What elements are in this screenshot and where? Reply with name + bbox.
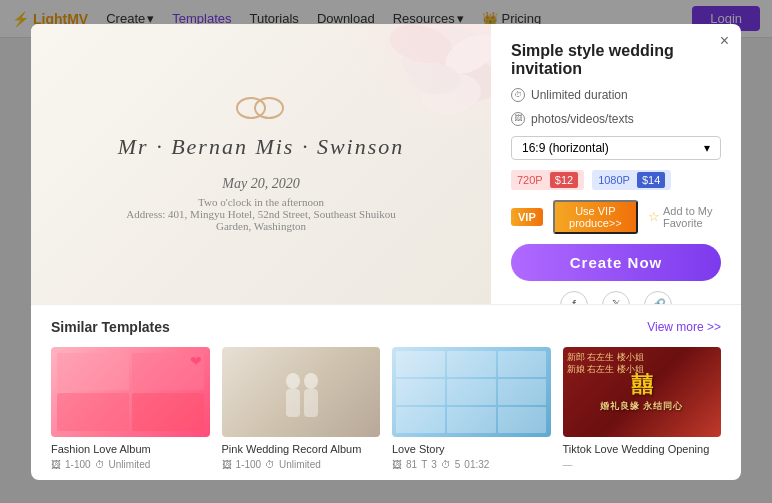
star-icon: ☆ xyxy=(648,209,660,224)
templates-row: ❤ Fashion Love Album 🖼 1-100 ⏱ Un xyxy=(51,347,721,470)
template-thumb-4: 囍 婚礼良缘 永结同心 新郎 右左生 楼小姐 新娘 右左生 楼小姐 xyxy=(563,347,722,437)
template-card-4[interactable]: 囍 婚礼良缘 永结同心 新郎 右左生 楼小姐 新娘 右左生 楼小姐 Tiktok… xyxy=(563,347,722,470)
modal-overlay: × xyxy=(0,0,772,503)
photo-grid xyxy=(392,347,551,437)
modal-info-panel: Simple style wedding invitation ⏱ Unlimi… xyxy=(491,24,741,304)
facebook-share-button[interactable]: f xyxy=(560,291,588,304)
duration-icon: ⏱ xyxy=(511,88,525,102)
quality-1080-label: 1080P xyxy=(598,174,630,186)
template-name-2: Pink Wedding Record Album xyxy=(222,443,381,455)
template-title: Simple style wedding invitation xyxy=(511,42,721,78)
template-thumb-3 xyxy=(392,347,551,437)
template-name-4: Tiktok Love Wedding Opening xyxy=(563,443,722,455)
media-row: 🖼 photos/videos/texts xyxy=(511,112,721,126)
svg-point-10 xyxy=(304,373,318,389)
template-meta-1: 🖼 1-100 ⏱ Unlimited xyxy=(51,459,210,470)
template-meta-3: 🖼 81 T 3 ⏱ 5 01:32 xyxy=(392,459,551,470)
vip-row: VIP Use VIP produce>> ☆ Add to My Favori… xyxy=(511,200,721,234)
vip-badge: VIP xyxy=(511,208,543,226)
quality-720-badge[interactable]: 720P $12 xyxy=(511,170,584,190)
svg-rect-11 xyxy=(304,389,318,417)
duration-label: Unlimited duration xyxy=(531,88,628,102)
template-meta-4: — xyxy=(563,459,722,470)
link-share-button[interactable]: 🔗 xyxy=(644,291,672,304)
svg-point-8 xyxy=(286,373,300,389)
price-1080-label: $14 xyxy=(637,172,665,188)
aspect-ratio-dropdown[interactable]: 16:9 (horizontal) ▾ xyxy=(511,136,721,160)
modal-top: Mr · Bernan Mis · Swinson May 20, 2020 T… xyxy=(31,24,741,304)
photo-icon: 🖼 xyxy=(51,459,61,470)
preview-line1: Two o'clock in the afternoon xyxy=(111,196,411,208)
similar-templates-section: Similar Templates View more >> ❤ xyxy=(31,304,741,480)
flower-svg xyxy=(311,24,491,174)
twitter-share-button[interactable]: 𝕏 xyxy=(602,291,630,304)
rings-svg xyxy=(233,96,289,120)
svg-point-7 xyxy=(255,98,283,118)
dropdown-arrow-icon: ▾ xyxy=(704,141,710,155)
add-favorite-button[interactable]: ☆ Add to My Favorite xyxy=(648,205,721,229)
text-icon: T xyxy=(421,459,427,470)
view-more-button[interactable]: View more >> xyxy=(647,320,721,334)
aspect-ratio-value: 16:9 (horizontal) xyxy=(522,141,609,155)
template-thumb-2 xyxy=(222,347,381,437)
modal: × xyxy=(31,24,741,480)
couple-svg xyxy=(271,363,331,433)
media-icon: 🖼 xyxy=(511,112,525,126)
preview-line2: Address: 401, Mingyu Hotel, 52nd Street,… xyxy=(111,208,411,232)
template-meta-2: 🖼 1-100 ⏱ Unlimited xyxy=(222,459,381,470)
media-label: photos/videos/texts xyxy=(531,112,634,126)
vip-use-button[interactable]: Use VIP produce>> xyxy=(553,200,638,234)
preview-image: Mr · Bernan Mis · Swinson May 20, 2020 T… xyxy=(31,24,491,304)
template-card-1[interactable]: ❤ Fashion Love Album 🖼 1-100 ⏱ Un xyxy=(51,347,210,470)
time-icon: ⏱ xyxy=(441,459,451,470)
close-button[interactable]: × xyxy=(720,32,729,50)
duration-icon: ⏱ xyxy=(265,459,275,470)
quality-720-label: 720P xyxy=(517,174,543,186)
share-row: f 𝕏 🔗 xyxy=(511,291,721,304)
template-thumb-1: ❤ xyxy=(51,347,210,437)
similar-title: Similar Templates xyxy=(51,319,170,335)
similar-header: Similar Templates View more >> xyxy=(51,319,721,335)
duration-icon: ⏱ xyxy=(95,459,105,470)
create-now-button[interactable]: Create Now xyxy=(511,244,721,281)
template-name-3: Love Story xyxy=(392,443,551,455)
fav-label: Add to My Favorite xyxy=(663,205,721,229)
price-720-label: $12 xyxy=(550,172,578,188)
modal-preview: Mr · Bernan Mis · Swinson May 20, 2020 T… xyxy=(31,24,491,304)
photo-icon: 🖼 xyxy=(392,459,402,470)
template-card-2[interactable]: Pink Wedding Record Album 🖼 1-100 ⏱ Unli… xyxy=(222,347,381,470)
quality-1080-badge[interactable]: 1080P $14 xyxy=(592,170,671,190)
template-card-3[interactable]: Love Story 🖼 81 T 3 ⏱ 5 01:32 xyxy=(392,347,551,470)
template-name-1: Fashion Love Album xyxy=(51,443,210,455)
preview-date: May 20, 2020 xyxy=(111,176,411,192)
duration-row: ⏱ Unlimited duration xyxy=(511,88,721,102)
svg-rect-9 xyxy=(286,389,300,417)
heart-icon: ❤ xyxy=(190,353,202,369)
quality-row: 720P $12 1080P $14 xyxy=(511,170,721,190)
couple-decoration xyxy=(222,347,381,437)
photo-icon: 🖼 xyxy=(222,459,232,470)
